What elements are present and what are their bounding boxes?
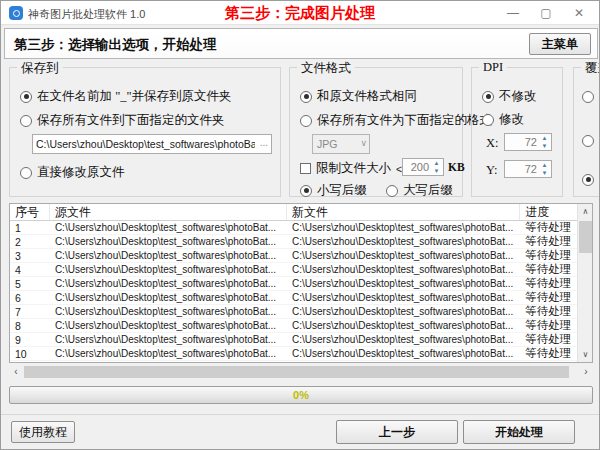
minimize-icon[interactable]: —: [497, 1, 529, 25]
cell-newfile: C:\Users\zhou\Desktop\test_softwares\pho…: [287, 291, 520, 304]
radio-overwrite-skip[interactable]: 跳: [582, 88, 600, 105]
radio-icon[interactable]: [386, 185, 398, 197]
file-table: 序号 源文件 新文件 进度 1C:\Users\zhou\Desktop\tes…: [9, 203, 593, 363]
dpi-y-label: Y:: [486, 163, 497, 178]
spin-down-icon[interactable]: ▼: [431, 167, 442, 175]
cell-source: C:\Users\zhou\Desktop\test_softwares\pho…: [50, 235, 287, 248]
radio-modify-original[interactable]: 直接修改原文件: [20, 164, 125, 181]
horizontal-scroll-thumb[interactable]: [24, 366, 569, 378]
table-row[interactable]: 7C:\Users\zhou\Desktop\test_softwares\ph…: [10, 305, 577, 319]
cell-source: C:\Users\zhou\Desktop\test_softwares\pho…: [50, 277, 287, 290]
radio-icon[interactable]: [300, 185, 312, 197]
cell-progress: 等待处理: [520, 277, 577, 290]
browse-dots-icon[interactable]: ...: [260, 137, 268, 148]
main-menu-button[interactable]: 主菜单: [529, 33, 591, 55]
cell-newfile: C:\Users\zhou\Desktop\test_softwares\pho…: [287, 305, 520, 318]
radio-icon[interactable]: [300, 91, 312, 103]
cell-newfile: C:\Users\zhou\Desktop\test_softwares\pho…: [287, 235, 520, 248]
radio-icon[interactable]: [20, 91, 32, 103]
cell-index: 9: [10, 333, 50, 346]
spin-up-icon[interactable]: ▲: [539, 161, 550, 169]
group-save-to: 保存到 在文件名前加 "_"并保存到原文件夹 保存所有文件到下面指定的文件夹 .…: [9, 67, 281, 197]
cell-newfile: C:\Users\zhou\Desktop\test_softwares\pho…: [287, 277, 520, 290]
radio-uppercase-ext[interactable]: 大写后缀: [386, 182, 453, 199]
column-header-newfile[interactable]: 新文件: [287, 204, 520, 220]
titlebar: 神奇图片批处理软件 1.0 第三步：完成图片处理 — ▢ ✕: [1, 1, 599, 25]
radio-lowercase-ext[interactable]: 小写后缀: [300, 182, 367, 199]
close-icon[interactable]: ✕: [563, 1, 595, 25]
table-row[interactable]: 6C:\Users\zhou\Desktop\test_softwares\ph…: [10, 291, 577, 305]
cell-newfile: C:\Users\zhou\Desktop\test_softwares\pho…: [287, 319, 520, 332]
file-table-body: 1C:\Users\zhou\Desktop\test_softwares\ph…: [10, 221, 577, 362]
step-banner: 第三步：完成图片处理: [225, 4, 375, 23]
table-row[interactable]: 1C:\Users\zhou\Desktop\test_softwares\ph…: [10, 221, 577, 235]
limit-size-value: 200: [411, 161, 429, 173]
format-select[interactable]: JPG ∨: [312, 134, 370, 154]
column-header-source[interactable]: 源文件: [50, 204, 287, 220]
scroll-left-icon[interactable]: ‹: [9, 365, 23, 379]
spin-up-icon[interactable]: ▲: [431, 159, 442, 167]
vertical-scrollbar[interactable]: ∧ ∨: [577, 204, 592, 362]
radio-label: 在文件名前加 "_"并保存到原文件夹: [37, 88, 232, 105]
radio-icon[interactable]: [482, 114, 494, 126]
spin-down-icon[interactable]: ▼: [539, 169, 550, 177]
horizontal-scrollbar[interactable]: ‹ ›: [9, 365, 593, 379]
dpi-y-stepper[interactable]: 72 ▲ ▼: [504, 160, 552, 178]
group-file-format: 文件格式 和原文件格式相同 保存所有文件为下面指定的格式 JPG ∨ 限制文件大…: [289, 67, 463, 197]
table-row[interactable]: 8C:\Users\zhou\Desktop\test_softwares\ph…: [10, 319, 577, 333]
cell-index: 2: [10, 235, 50, 248]
cell-index: 3: [10, 249, 50, 262]
maximize-icon[interactable]: ▢: [530, 1, 562, 25]
limit-size-stepper[interactable]: 200 ▲ ▼: [402, 158, 444, 176]
limit-size-unit: KB: [448, 161, 465, 173]
column-header-progress[interactable]: 进度: [520, 204, 577, 220]
radio-icon[interactable]: [482, 91, 494, 103]
start-processing-button[interactable]: 开始处理: [463, 420, 575, 444]
table-row[interactable]: 5C:\Users\zhou\Desktop\test_softwares\ph…: [10, 277, 577, 291]
radio-save-to-folder[interactable]: 保存所有文件到下面指定的文件夹: [20, 112, 225, 129]
column-header-index[interactable]: 序号: [10, 204, 50, 220]
table-row[interactable]: 3C:\Users\zhou\Desktop\test_softwares\ph…: [10, 249, 577, 263]
checkbox-icon[interactable]: [300, 163, 311, 174]
cell-progress: 等待处理: [520, 263, 577, 276]
cell-progress: 等待处理: [520, 235, 577, 248]
radio-dpi-no-modify[interactable]: 不修改: [482, 88, 537, 105]
dpi-x-stepper[interactable]: 72 ▲ ▼: [504, 133, 552, 151]
cell-progress: 等待处理: [520, 305, 577, 318]
chevron-down-icon: ∨: [360, 138, 367, 148]
folder-path-input[interactable]: [33, 135, 271, 153]
radio-overwrite-auto[interactable]: 自: [582, 171, 600, 188]
radio-icon[interactable]: [582, 135, 594, 147]
radio-icon[interactable]: [20, 115, 32, 127]
table-row[interactable]: 9C:\Users\zhou\Desktop\test_softwares\ph…: [10, 333, 577, 347]
tutorial-button[interactable]: 使用教程: [11, 421, 75, 443]
limit-size-checkbox-row[interactable]: 限制文件大小 <=: [300, 160, 408, 177]
scroll-right-icon[interactable]: ›: [579, 365, 593, 379]
radio-specified-format[interactable]: 保存所有文件为下面指定的格式: [300, 112, 492, 129]
scroll-down-icon[interactable]: ∨: [578, 347, 593, 362]
table-row[interactable]: 2C:\Users\zhou\Desktop\test_softwares\ph…: [10, 235, 577, 249]
folder-path-field[interactable]: ...: [32, 134, 272, 154]
radio-icon[interactable]: [582, 174, 594, 186]
cell-index: 7: [10, 305, 50, 318]
spin-down-icon[interactable]: ▼: [539, 142, 550, 150]
cell-index: 6: [10, 291, 50, 304]
radio-overwrite-replace[interactable]: 覆: [582, 132, 600, 149]
radio-dpi-modify[interactable]: 修改: [482, 111, 524, 128]
dpi-x-label: X:: [486, 136, 499, 151]
scroll-up-icon[interactable]: ∧: [578, 204, 593, 219]
radio-icon[interactable]: [582, 91, 594, 103]
table-row[interactable]: 10C:\Users\zhou\Desktop\test_softwares\p…: [10, 347, 577, 361]
vertical-scroll-thumb[interactable]: [579, 221, 592, 253]
back-button[interactable]: 上一步: [336, 420, 458, 444]
radio-same-format[interactable]: 和原文件格式相同: [300, 88, 417, 105]
group-dpi: DPI 不修改 修改 X: 72 ▲ ▼ Y: 72 ▲ ▼: [471, 67, 563, 197]
footer-divider: [1, 414, 600, 415]
spin-up-icon[interactable]: ▲: [539, 134, 550, 142]
radio-icon[interactable]: [300, 115, 312, 127]
radio-icon[interactable]: [20, 167, 32, 179]
cell-progress: 等待处理: [520, 347, 577, 360]
radio-prefix-original-folder[interactable]: 在文件名前加 "_"并保存到原文件夹: [20, 88, 232, 105]
group-file-format-legend: 文件格式: [297, 60, 355, 77]
table-row[interactable]: 4C:\Users\zhou\Desktop\test_softwares\ph…: [10, 263, 577, 277]
